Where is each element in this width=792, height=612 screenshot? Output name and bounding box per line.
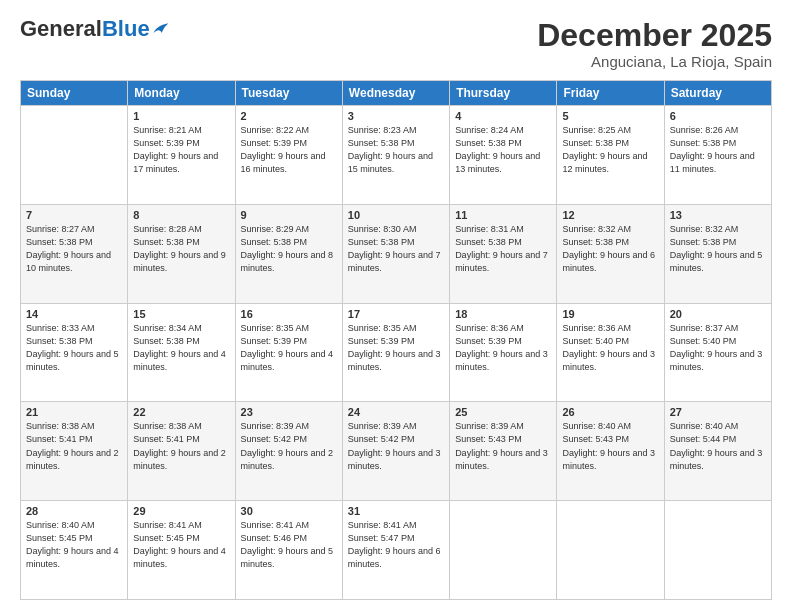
day-number: 21 bbox=[26, 406, 122, 418]
day-info: Sunrise: 8:39 AM Sunset: 5:42 PM Dayligh… bbox=[348, 420, 444, 472]
day-cell: 5Sunrise: 8:25 AM Sunset: 5:38 PM Daylig… bbox=[557, 106, 664, 205]
day-info: Sunrise: 8:41 AM Sunset: 5:46 PM Dayligh… bbox=[241, 519, 337, 571]
day-number: 24 bbox=[348, 406, 444, 418]
day-number: 23 bbox=[241, 406, 337, 418]
day-cell: 4Sunrise: 8:24 AM Sunset: 5:38 PM Daylig… bbox=[450, 106, 557, 205]
day-cell: 12Sunrise: 8:32 AM Sunset: 5:38 PM Dayli… bbox=[557, 204, 664, 303]
day-number: 26 bbox=[562, 406, 658, 418]
day-cell: 18Sunrise: 8:36 AM Sunset: 5:39 PM Dayli… bbox=[450, 303, 557, 402]
day-cell: 13Sunrise: 8:32 AM Sunset: 5:38 PM Dayli… bbox=[664, 204, 771, 303]
day-info: Sunrise: 8:40 AM Sunset: 5:44 PM Dayligh… bbox=[670, 420, 766, 472]
day-info: Sunrise: 8:27 AM Sunset: 5:38 PM Dayligh… bbox=[26, 223, 122, 275]
week-row-5: 28Sunrise: 8:40 AM Sunset: 5:45 PM Dayli… bbox=[21, 501, 772, 600]
week-row-1: 1Sunrise: 8:21 AM Sunset: 5:39 PM Daylig… bbox=[21, 106, 772, 205]
day-cell: 24Sunrise: 8:39 AM Sunset: 5:42 PM Dayli… bbox=[342, 402, 449, 501]
day-info: Sunrise: 8:28 AM Sunset: 5:38 PM Dayligh… bbox=[133, 223, 229, 275]
logo: GeneralBlue bbox=[20, 18, 170, 40]
day-info: Sunrise: 8:37 AM Sunset: 5:40 PM Dayligh… bbox=[670, 322, 766, 374]
day-cell: 17Sunrise: 8:35 AM Sunset: 5:39 PM Dayli… bbox=[342, 303, 449, 402]
day-number: 3 bbox=[348, 110, 444, 122]
day-number: 10 bbox=[348, 209, 444, 221]
weekday-header-saturday: Saturday bbox=[664, 81, 771, 106]
location: Anguciana, La Rioja, Spain bbox=[537, 53, 772, 70]
calendar-table: SundayMondayTuesdayWednesdayThursdayFrid… bbox=[20, 80, 772, 600]
day-info: Sunrise: 8:40 AM Sunset: 5:43 PM Dayligh… bbox=[562, 420, 658, 472]
day-number: 18 bbox=[455, 308, 551, 320]
day-number: 15 bbox=[133, 308, 229, 320]
day-number: 16 bbox=[241, 308, 337, 320]
title-block: December 2025 Anguciana, La Rioja, Spain bbox=[537, 18, 772, 70]
day-info: Sunrise: 8:24 AM Sunset: 5:38 PM Dayligh… bbox=[455, 124, 551, 176]
day-info: Sunrise: 8:30 AM Sunset: 5:38 PM Dayligh… bbox=[348, 223, 444, 275]
logo-general: General bbox=[20, 18, 102, 40]
header: GeneralBlue December 2025 Anguciana, La … bbox=[20, 18, 772, 70]
day-cell: 25Sunrise: 8:39 AM Sunset: 5:43 PM Dayli… bbox=[450, 402, 557, 501]
day-number: 6 bbox=[670, 110, 766, 122]
day-info: Sunrise: 8:32 AM Sunset: 5:38 PM Dayligh… bbox=[670, 223, 766, 275]
day-cell: 10Sunrise: 8:30 AM Sunset: 5:38 PM Dayli… bbox=[342, 204, 449, 303]
day-number: 20 bbox=[670, 308, 766, 320]
weekday-header-row: SundayMondayTuesdayWednesdayThursdayFrid… bbox=[21, 81, 772, 106]
day-info: Sunrise: 8:21 AM Sunset: 5:39 PM Dayligh… bbox=[133, 124, 229, 176]
day-number: 28 bbox=[26, 505, 122, 517]
weekday-header-tuesday: Tuesday bbox=[235, 81, 342, 106]
day-info: Sunrise: 8:36 AM Sunset: 5:39 PM Dayligh… bbox=[455, 322, 551, 374]
day-cell: 1Sunrise: 8:21 AM Sunset: 5:39 PM Daylig… bbox=[128, 106, 235, 205]
day-number: 31 bbox=[348, 505, 444, 517]
day-cell: 6Sunrise: 8:26 AM Sunset: 5:38 PM Daylig… bbox=[664, 106, 771, 205]
logo-text: GeneralBlue bbox=[20, 18, 170, 40]
week-row-4: 21Sunrise: 8:38 AM Sunset: 5:41 PM Dayli… bbox=[21, 402, 772, 501]
day-cell bbox=[664, 501, 771, 600]
day-number: 2 bbox=[241, 110, 337, 122]
day-number: 1 bbox=[133, 110, 229, 122]
day-info: Sunrise: 8:38 AM Sunset: 5:41 PM Dayligh… bbox=[26, 420, 122, 472]
day-info: Sunrise: 8:22 AM Sunset: 5:39 PM Dayligh… bbox=[241, 124, 337, 176]
day-number: 5 bbox=[562, 110, 658, 122]
day-info: Sunrise: 8:32 AM Sunset: 5:38 PM Dayligh… bbox=[562, 223, 658, 275]
day-info: Sunrise: 8:38 AM Sunset: 5:41 PM Dayligh… bbox=[133, 420, 229, 472]
day-cell: 23Sunrise: 8:39 AM Sunset: 5:42 PM Dayli… bbox=[235, 402, 342, 501]
day-number: 8 bbox=[133, 209, 229, 221]
day-cell: 3Sunrise: 8:23 AM Sunset: 5:38 PM Daylig… bbox=[342, 106, 449, 205]
day-cell: 8Sunrise: 8:28 AM Sunset: 5:38 PM Daylig… bbox=[128, 204, 235, 303]
day-cell bbox=[21, 106, 128, 205]
day-cell: 9Sunrise: 8:29 AM Sunset: 5:38 PM Daylig… bbox=[235, 204, 342, 303]
day-cell: 28Sunrise: 8:40 AM Sunset: 5:45 PM Dayli… bbox=[21, 501, 128, 600]
day-info: Sunrise: 8:39 AM Sunset: 5:43 PM Dayligh… bbox=[455, 420, 551, 472]
day-cell: 27Sunrise: 8:40 AM Sunset: 5:44 PM Dayli… bbox=[664, 402, 771, 501]
day-info: Sunrise: 8:35 AM Sunset: 5:39 PM Dayligh… bbox=[348, 322, 444, 374]
day-number: 27 bbox=[670, 406, 766, 418]
week-row-2: 7Sunrise: 8:27 AM Sunset: 5:38 PM Daylig… bbox=[21, 204, 772, 303]
day-cell: 16Sunrise: 8:35 AM Sunset: 5:39 PM Dayli… bbox=[235, 303, 342, 402]
day-info: Sunrise: 8:36 AM Sunset: 5:40 PM Dayligh… bbox=[562, 322, 658, 374]
day-number: 29 bbox=[133, 505, 229, 517]
day-number: 4 bbox=[455, 110, 551, 122]
day-info: Sunrise: 8:33 AM Sunset: 5:38 PM Dayligh… bbox=[26, 322, 122, 374]
day-cell: 11Sunrise: 8:31 AM Sunset: 5:38 PM Dayli… bbox=[450, 204, 557, 303]
day-cell: 15Sunrise: 8:34 AM Sunset: 5:38 PM Dayli… bbox=[128, 303, 235, 402]
calendar-page: GeneralBlue December 2025 Anguciana, La … bbox=[0, 0, 792, 612]
day-number: 17 bbox=[348, 308, 444, 320]
day-number: 7 bbox=[26, 209, 122, 221]
logo-bird-icon bbox=[152, 21, 170, 37]
day-cell: 2Sunrise: 8:22 AM Sunset: 5:39 PM Daylig… bbox=[235, 106, 342, 205]
day-cell: 31Sunrise: 8:41 AM Sunset: 5:47 PM Dayli… bbox=[342, 501, 449, 600]
day-cell: 22Sunrise: 8:38 AM Sunset: 5:41 PM Dayli… bbox=[128, 402, 235, 501]
day-number: 22 bbox=[133, 406, 229, 418]
day-info: Sunrise: 8:25 AM Sunset: 5:38 PM Dayligh… bbox=[562, 124, 658, 176]
weekday-header-friday: Friday bbox=[557, 81, 664, 106]
day-info: Sunrise: 8:31 AM Sunset: 5:38 PM Dayligh… bbox=[455, 223, 551, 275]
day-info: Sunrise: 8:34 AM Sunset: 5:38 PM Dayligh… bbox=[133, 322, 229, 374]
day-cell: 30Sunrise: 8:41 AM Sunset: 5:46 PM Dayli… bbox=[235, 501, 342, 600]
day-number: 30 bbox=[241, 505, 337, 517]
day-number: 13 bbox=[670, 209, 766, 221]
day-number: 14 bbox=[26, 308, 122, 320]
day-number: 9 bbox=[241, 209, 337, 221]
day-number: 19 bbox=[562, 308, 658, 320]
day-cell: 20Sunrise: 8:37 AM Sunset: 5:40 PM Dayli… bbox=[664, 303, 771, 402]
day-info: Sunrise: 8:40 AM Sunset: 5:45 PM Dayligh… bbox=[26, 519, 122, 571]
day-cell: 21Sunrise: 8:38 AM Sunset: 5:41 PM Dayli… bbox=[21, 402, 128, 501]
week-row-3: 14Sunrise: 8:33 AM Sunset: 5:38 PM Dayli… bbox=[21, 303, 772, 402]
day-cell bbox=[557, 501, 664, 600]
day-number: 11 bbox=[455, 209, 551, 221]
